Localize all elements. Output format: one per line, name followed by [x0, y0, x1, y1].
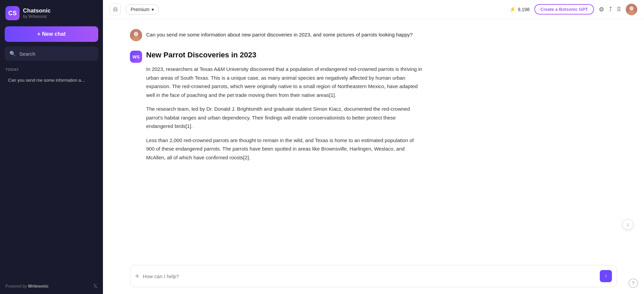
ai-response-body: In 2023, researchers at Texas A&M Univer… [146, 65, 423, 162]
help-button[interactable]: ? [628, 278, 638, 288]
ai-paragraph-1: In 2023, researchers at Texas A&M Univer… [146, 65, 423, 99]
credits-value: 9,198 [518, 7, 530, 12]
app-subtitle: by Writesonic [23, 14, 51, 19]
ai-paragraph-2: The research team, led by Dr. Donald J. … [146, 105, 423, 131]
input-box: + ↑ [130, 265, 617, 287]
chat-history-item[interactable]: Can you send me some information a... [3, 74, 100, 86]
sidebar-header: CS Chatsonic by Writesonic [0, 0, 103, 25]
plan-selector[interactable]: Premium ▾ [126, 4, 159, 15]
avatar[interactable] [626, 4, 637, 15]
ai-paragraph-3: Less than 2,000 red-crowned parrots are … [146, 136, 423, 162]
credits-display: ⚡ 9,198 [509, 6, 530, 12]
twitter-icon[interactable]: 𝕏 [93, 283, 98, 289]
svg-point-4 [134, 32, 138, 36]
gear-button[interactable]: ⚙ [599, 6, 604, 13]
user-message: Can you send me some information about n… [130, 29, 617, 41]
input-area: + ↑ [103, 260, 644, 294]
chevron-down-icon: ▾ [152, 7, 154, 12]
sidebar-footer: Powered by Writesonic 𝕏 [0, 278, 103, 294]
search-icon: 🔍 [9, 51, 16, 57]
ai-response-title: New Parrot Discoveries in 2023 [146, 51, 423, 59]
add-attachment-button[interactable]: + [135, 272, 139, 280]
ai-avatar: WS [130, 51, 142, 63]
create-botsonic-button[interactable]: Create a Botsonic GPT [534, 4, 594, 15]
new-chat-button[interactable]: + New chat [5, 26, 98, 42]
user-message-text: Can you send me some information about n… [146, 29, 413, 39]
scroll-down-button[interactable]: ↓ [622, 219, 633, 230]
ai-content: New Parrot Discoveries in 2023 In 2023, … [146, 51, 423, 162]
search-bar[interactable]: 🔍 Search [5, 47, 98, 61]
send-icon: ↑ [605, 273, 607, 279]
logo-icon: CS [5, 6, 20, 20]
plan-label: Premium [131, 7, 150, 12]
grid-button[interactable]: ⠿ [617, 6, 621, 13]
sidebar-toggle-button[interactable]: ⊟ [110, 3, 121, 15]
grid-icon: ⠿ [617, 6, 621, 13]
user-avatar [130, 29, 142, 41]
share-icon: ⤴ [609, 6, 612, 12]
send-button[interactable]: ↑ [600, 270, 612, 282]
chat-area: Can you send me some information about n… [103, 19, 644, 260]
share-button[interactable]: ⤴ [609, 6, 612, 13]
avatar-image [626, 4, 637, 15]
ai-message: WS New Parrot Discoveries in 2023 In 202… [130, 51, 617, 162]
chat-input[interactable] [143, 273, 596, 279]
gear-icon: ⚙ [599, 6, 604, 13]
today-section-label: TODAY [0, 66, 103, 74]
main-content: ⊟ Premium ▾ ⚡ 9,198 Create a Botsonic GP… [103, 0, 644, 294]
app-name: Chatsonic [23, 7, 51, 14]
credits-icon: ⚡ [509, 6, 516, 12]
topbar-right: ⚡ 9,198 Create a Botsonic GPT ⚙ ⤴ ⠿ [509, 4, 637, 15]
search-label: Search [19, 51, 35, 57]
topbar: ⊟ Premium ▾ ⚡ 9,198 Create a Botsonic GP… [103, 0, 644, 19]
powered-by-label: Powered by Writesonic [5, 284, 49, 289]
sidebar: CS Chatsonic by Writesonic + New chat 🔍 … [0, 0, 103, 294]
svg-point-1 [629, 6, 634, 10]
sidebar-toggle-icon: ⊟ [113, 6, 117, 12]
